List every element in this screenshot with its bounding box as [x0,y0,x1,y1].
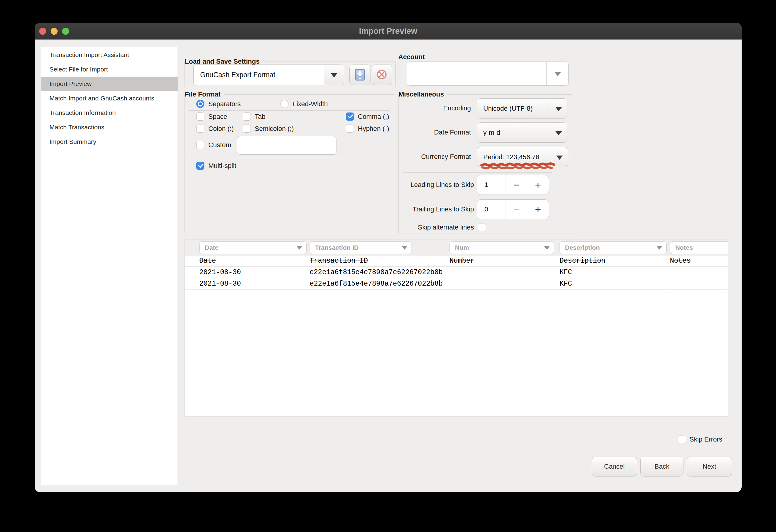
settings-template-value: GnuCash Export Format [200,65,275,85]
num-column-dropdown-label: Num [455,241,469,253]
divider [185,289,728,290]
sidebar-item-import-summary[interactable]: Import Summary [41,135,178,149]
multi-split-checkbox[interactable] [196,162,204,170]
cell-description: KFC [560,278,572,290]
custom-checkbox[interactable] [196,141,204,149]
settings-template-dropdown-button[interactable] [324,65,344,85]
delete-settings-button[interactable] [372,64,392,85]
separators-radio-label[interactable]: Separators [208,100,241,108]
header-cell-transaction-id: Transaction ID [310,255,368,267]
chevron-down-icon [544,246,550,250]
skip-errors-label[interactable]: Skip Errors [690,435,722,444]
table-row[interactable]: 2021-08-30 e22e1a6f815e4e7898a7e62267022… [185,278,728,290]
minus-icon: − [514,179,520,191]
red-scribble-annotation [480,162,566,171]
plus-icon: + [535,179,541,191]
cell-date: 2021-08-30 [199,267,241,278]
colon-checkbox-label[interactable]: Colon (:) [208,125,234,133]
miscellaneous-group: Miscellaneous Encoding Unicode (UTF-8) D… [398,95,572,233]
sidebar-item-match-transactions[interactable]: Match Transactions [41,120,178,135]
screen: Import Preview Transaction Import Assist… [0,0,776,532]
chevron-down-icon [555,107,562,111]
next-button-label: Next [687,457,732,476]
decrement-button[interactable]: − [506,200,527,219]
semicolon-checkbox-label[interactable]: Semicolon (;) [255,125,294,133]
multi-split-checkbox-label[interactable]: Multi-split [208,162,236,170]
save-settings-button[interactable] [349,64,371,85]
next-button[interactable]: Next [687,457,732,477]
table-row[interactable]: 2021-08-30 e22e1a6f815e4e7898a7e62267022… [185,267,728,278]
minus-icon: − [514,204,520,215]
date-format-label: Date Format [399,128,471,136]
header-cell-description: Description [560,255,605,267]
currency-format-dropdown[interactable]: Period: 123,456.78 [476,147,568,167]
file-format-label: File Format [185,90,224,99]
column-type-header: Date Transaction ID Num Description Note… [185,239,728,255]
chevron-down-icon [555,131,562,135]
cell-date: 2021-08-30 [199,278,241,290]
delete-settings-icon [376,69,387,80]
sidebar-item-transaction-import-assistant[interactable]: Transaction Import Assistant [41,48,178,62]
colon-checkbox[interactable] [196,125,204,133]
load-save-settings-group: Load and Save Settings GnuCash Export Fo… [185,61,396,87]
skip-errors-checkbox[interactable] [678,435,686,444]
notes-column-dropdown-label: Notes [675,241,693,253]
separators-radio[interactable] [196,100,204,108]
leading-lines-to-skip-label: Leading Lines to Skip [399,181,474,189]
increment-button[interactable]: + [527,175,549,194]
tab-checkbox-label[interactable]: Tab [255,113,265,121]
header-cell-date: Date [199,255,216,267]
fixed-width-radio-label[interactable]: Fixed-Width [293,100,328,108]
settings-template-combobox[interactable]: GnuCash Export Format [193,64,344,85]
skip-alternate-lines-label: Skip alternate lines [399,223,474,231]
sidebar-item-import-preview[interactable]: Import Preview [41,76,178,91]
fixed-width-radio[interactable] [280,100,288,108]
divider [546,62,547,85]
divider [189,110,390,111]
encoding-dropdown[interactable]: Unicode (UTF-8) [476,98,567,119]
date-format-dropdown[interactable]: y-m-d [476,123,567,143]
cancel-button[interactable]: Cancel [592,457,637,477]
num-column-dropdown[interactable]: Num [449,241,554,254]
sidebar-item-transaction-information[interactable]: Transaction Information [41,106,178,120]
cell-transaction-id: e22e1a6f815e4e7898a7e62267022b8b [310,267,443,278]
hyphen-checkbox-label[interactable]: Hyphen (-) [358,125,389,133]
back-button[interactable]: Back [640,457,684,477]
hyphen-checkbox[interactable] [346,125,354,133]
account-label: Account [398,53,425,61]
date-column-dropdown[interactable]: Date [199,241,307,254]
semicolon-checkbox[interactable] [243,125,251,133]
space-checkbox[interactable] [196,113,204,121]
skip-alternate-lines-checkbox[interactable] [478,223,486,231]
notes-column-dropdown[interactable]: Notes [670,241,728,254]
decrement-button[interactable]: − [506,175,527,194]
assistant-steps-sidebar: Transaction Import Assistant Select File… [41,47,178,485]
trailing-lines-spinner: 0 − + [476,199,549,219]
sidebar-item-select-file-for-import[interactable]: Select File for Import [41,62,178,76]
leading-lines-spinner: 1 − + [476,175,549,195]
transaction-id-column-dropdown-label: Transaction ID [315,241,359,253]
cancel-button-label: Cancel [592,457,637,476]
tab-checkbox[interactable] [243,113,251,121]
increment-button[interactable]: + [527,200,549,219]
description-column-dropdown[interactable]: Description [560,241,666,254]
cell-description: KFC [560,267,572,278]
file-format-group: File Format Separators Fixed-Width Space… [185,95,394,233]
import-preview-table: Date Transaction ID Num Description Note… [185,239,728,416]
import-preview-window: Import Preview Transaction Import Assist… [35,23,742,492]
chevron-down-icon [554,72,561,76]
custom-separator-input[interactable] [237,136,337,155]
sidebar-item-match-import-accounts[interactable]: Match Import and GnuCash accounts [41,91,178,106]
comma-checkbox-label[interactable]: Comma (,) [358,113,389,121]
miscellaneous-label: Miscellaneous [399,90,447,99]
currency-format-label: Currency Format [399,153,471,161]
custom-checkbox-label[interactable]: Custom [208,141,231,149]
chevron-down-icon [297,246,302,250]
comma-checkbox[interactable] [346,113,354,121]
space-checkbox-label[interactable]: Space [208,113,227,121]
window-title: Import Preview [35,23,742,39]
account-combobox[interactable] [407,61,569,85]
table-header-row: Date Transaction ID Number Description N… [185,255,728,267]
transaction-id-column-dropdown[interactable]: Transaction ID [310,241,412,254]
cell-transaction-id: e22e1a6f815e4e7898a7e62267022b8b [310,278,443,290]
